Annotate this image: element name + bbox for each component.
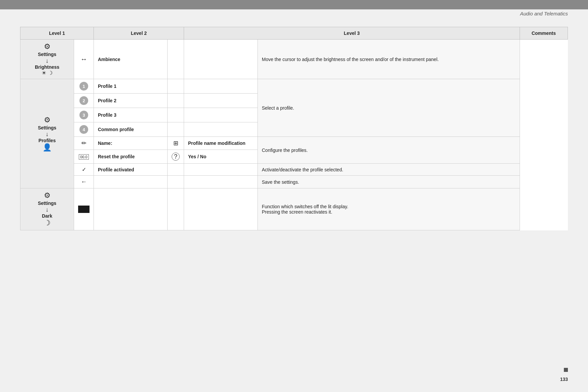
settings-profiles-label2: Profiles <box>39 138 56 143</box>
settings-gear-icon3: ⚙ <box>24 191 70 200</box>
level2-ambience-icon: ↔ <box>74 40 94 79</box>
settings-dark-label1: Settings <box>38 201 56 206</box>
level2-profile2-text: Profile 2 <box>94 94 168 108</box>
level3-p1-text <box>184 79 258 94</box>
level1-profiles: ⚙ Settings ↓ Profiles 👤 <box>20 79 74 188</box>
level2-common-text: Common profile <box>94 122 168 137</box>
profile-person-icon: 👤 <box>43 143 52 152</box>
page-number: 133 <box>560 377 568 382</box>
table-row: ⚙ Settings ↓ Brightness ☀ ☽ ↔ Ambience M… <box>20 40 568 79</box>
level2-back-text <box>94 176 168 188</box>
profile2-label: Profile 2 <box>98 98 116 103</box>
comment-configure: Configure the profiles. <box>258 137 520 164</box>
circle-3: 3 <box>79 111 88 119</box>
level2-dark-icon <box>74 188 94 230</box>
circle-2: 2 <box>79 96 88 105</box>
profile3-label: Profile 3 <box>98 112 116 118</box>
level3-back-text <box>184 176 258 188</box>
name-label: Name: <box>98 141 112 146</box>
check-icon: ✓ <box>82 167 86 172</box>
level2-profile1-icon: 1 <box>74 79 94 94</box>
top-bar <box>0 0 588 9</box>
table-row: ⚙ Settings ↓ Profiles 👤 1 Profile 1 Sele… <box>20 79 568 94</box>
level2-activated-text: Profile activated <box>94 164 168 176</box>
level2-name-icon: ✏ <box>74 137 94 150</box>
main-table: Level 1 Level 2 Level 3 Comments ⚙ Setti… <box>20 27 568 230</box>
question-icon: ? <box>172 153 180 161</box>
profile-name-mod-label: Profile name modification <box>188 141 245 146</box>
comment-select-profile: Select a profile. <box>258 79 520 137</box>
down-arrow-icon2: ↓ <box>24 131 70 137</box>
level3-dark-text <box>184 188 258 230</box>
level3-p3-text <box>184 108 258 122</box>
page-num-square <box>564 368 568 372</box>
settings-dark-label2: Dark <box>42 213 52 219</box>
settings-profiles-label1: Settings <box>38 125 56 130</box>
level3-activated-text <box>184 164 258 176</box>
col-header-level1: Level 1 <box>20 27 94 40</box>
grid-icon: ⊞ <box>173 140 178 147</box>
settings-brightness-label2: Brightness <box>35 64 59 70</box>
down-arrow-icon3: ↓ <box>24 207 70 213</box>
col-header-level3: Level 3 <box>184 27 520 40</box>
down-arrow-icon: ↓ <box>24 58 70 64</box>
level3-name-icon: ⊞ <box>168 137 184 150</box>
settings-gear-icon2: ⚙ <box>24 116 70 124</box>
level2-dark-text <box>94 188 168 230</box>
brightness-icons: ☀ ☽ <box>42 70 52 76</box>
level3-p3-icon <box>168 108 184 122</box>
table-row: ✏ Name: ⊞ Profile name modification Conf… <box>20 137 568 150</box>
comment-activate: Activate/deactivate the profile selected… <box>258 164 520 176</box>
yes-no-label: Yes / No <box>188 154 206 159</box>
settings-gear-icon: ⚙ <box>24 42 70 51</box>
main-content: Level 1 Level 2 Level 3 Comments ⚙ Setti… <box>20 27 568 230</box>
level2-back-icon: ← <box>74 176 94 188</box>
profile-activated-label: Profile activated <box>98 167 134 172</box>
level2-profile2-icon: 2 <box>74 94 94 108</box>
comment-save: Save the settings. <box>258 176 520 188</box>
odometer-icon: 00.0 <box>79 154 89 160</box>
level2-name-text: Name: <box>94 137 168 150</box>
level2-common-icon: 4 <box>74 122 94 137</box>
ambience-label: Ambience <box>98 57 120 62</box>
level2-reset-text: Reset the profile <box>94 150 168 164</box>
level2-reset-icon: 00.0 <box>74 150 94 164</box>
level3-reset-icon: ? <box>168 150 184 164</box>
level3-empty-icon <box>168 40 184 79</box>
level3-reset-text: Yes / No <box>184 150 258 164</box>
level2-activated-icon: ✓ <box>74 164 94 176</box>
level1-dark: ⚙ Settings ↓ Dark ☽ <box>20 188 74 230</box>
level3-name-text: Profile name modification <box>184 137 258 150</box>
moon-icon: ☽ <box>44 219 51 227</box>
settings-brightness-label1: Settings <box>38 52 56 57</box>
circle-4: 4 <box>79 125 88 134</box>
col-header-level2: Level 2 <box>94 27 184 40</box>
level3-back-icon <box>168 176 184 188</box>
comment-brightness: Move the cursor to adjust the brightness… <box>258 40 520 79</box>
level1-brightness: ⚙ Settings ↓ Brightness ☀ ☽ <box>20 40 74 79</box>
common-profile-label: Common profile <box>98 127 134 132</box>
level3-activated-icon <box>168 164 184 176</box>
level2-profile1-text: Profile 1 <box>94 79 168 94</box>
level3-dark-icon <box>168 188 184 230</box>
table-row: ⚙ Settings ↓ Dark ☽ Function which switc… <box>20 188 568 230</box>
page-header: Audio and Telematics <box>520 11 568 16</box>
level2-profile3-icon: 3 <box>74 108 94 122</box>
level3-p1-icon <box>168 79 184 94</box>
col-header-comments: Comments <box>520 27 568 40</box>
table-row: ← Save the settings. <box>20 176 568 188</box>
level3-empty-text <box>184 40 258 79</box>
pencil-icon: ✏ <box>81 139 86 147</box>
level3-cp-icon <box>168 122 184 137</box>
comment-dark: Function which switches off the lit disp… <box>258 188 520 230</box>
black-rectangle-icon <box>78 206 90 213</box>
reset-profile-label: Reset the profile <box>98 154 135 159</box>
lr-arrow-icon: ↔ <box>80 55 87 63</box>
level3-p2-icon <box>168 94 184 108</box>
level3-p2-text <box>184 94 258 108</box>
back-arrow-icon: ← <box>81 178 87 185</box>
circle-1: 1 <box>79 82 88 91</box>
profile1-label: Profile 1 <box>98 83 116 89</box>
level2-profile3-text: Profile 3 <box>94 108 168 122</box>
table-row: ✓ Profile activated Activate/deactivate … <box>20 164 568 176</box>
